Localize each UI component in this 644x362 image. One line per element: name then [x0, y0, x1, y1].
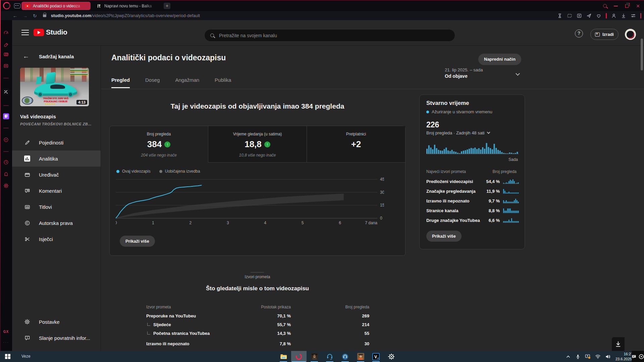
realtime-metric-selector[interactable]: Broj pregleda · Zadnjih 48 sati	[426, 130, 490, 135]
realtime-source-row[interactable]: Predloženi videozapisi54,4 %	[426, 177, 519, 186]
game-app-icon[interactable]	[3, 88, 9, 95]
snapshot-icon[interactable]	[567, 13, 572, 18]
maximize-icon[interactable]	[624, 3, 630, 9]
create-button[interactable]: Izradi	[590, 29, 619, 40]
traffic-heading: Što gledatelji misle o tom videozapisu	[109, 285, 406, 292]
send-icon[interactable]	[586, 13, 592, 18]
period-selector[interactable]: 21. lip 2025. – sada Od objave	[445, 67, 483, 79]
back-icon[interactable]: ←	[13, 13, 17, 18]
realtime-source-row[interactable]: Izravno ili nepoznato9,7 %	[426, 196, 519, 206]
microphone-icon[interactable]	[575, 354, 581, 359]
sidebar-footer-settings[interactable]: Postavke	[12, 314, 101, 330]
tune-icon[interactable]	[631, 13, 636, 18]
video-thumbnail[interactable]: TRAŽIM STE JURI VAŠ POLICAJAC / DOBJE ◆◆…	[20, 68, 89, 106]
sidebar-footer-feedback[interactable]: Slanje povratnih infor...	[12, 330, 101, 346]
minimize-icon[interactable]	[613, 3, 619, 9]
extension-hourglass-icon[interactable]	[557, 13, 562, 18]
start-button[interactable]	[0, 351, 15, 362]
lock-icon[interactable]	[43, 14, 46, 17]
taskbar-app-file-explorer[interactable]	[276, 351, 291, 362]
avatar[interactable]	[625, 29, 636, 40]
sidebar-item-komentari[interactable]: Komentari	[12, 183, 101, 199]
taskbar-app-gta-character[interactable]	[353, 351, 368, 362]
links-toolbar[interactable]: Veze	[21, 354, 31, 359]
new-tab-button[interactable]: +	[164, 3, 170, 9]
workspace-icon[interactable]	[14, 3, 20, 8]
taskbar-app-teamspeak[interactable]	[322, 351, 337, 362]
channel-content-link[interactable]: Sadržaj kanala	[39, 54, 74, 59]
metric-card-2[interactable]: Vrijeme gledanja (u satima)18,8↑10,8 viš…	[208, 126, 307, 163]
taskbar-clock[interactable]: 16:2723.6.2025.	[615, 352, 633, 361]
studio-brand[interactable]: Studio	[46, 28, 67, 36]
screen-share-icon[interactable]	[585, 354, 591, 359]
chevron-up-icon[interactable]	[566, 354, 571, 359]
metric-card-1[interactable]: Broj pregleda384↑204 više nego inače	[110, 126, 208, 163]
youtube-logo-icon[interactable]	[34, 29, 44, 36]
sidebar-item-ure-iva-[interactable]: Uređivač	[12, 167, 101, 183]
taskbar-app-teamspeak-badge[interactable]	[337, 351, 353, 362]
traffic-row[interactable]: Sljedeće55,7 %214	[146, 320, 369, 329]
notifications-icon[interactable]	[631, 354, 637, 359]
traffic-row[interactable]: Početna stranica YouTubea14,3 %55	[146, 329, 369, 338]
scrollbar-thumb[interactable]	[641, 39, 643, 70]
sidebar-item-titlovi[interactable]: Titlovi	[12, 199, 101, 215]
tab-angažman[interactable]: Angažman	[175, 77, 199, 88]
realtime-source-row[interactable]: Značajke pregledavanja11,9 %	[426, 186, 519, 196]
realtime-source-row[interactable]: Druge značajke YouTubea6,6 %	[426, 216, 519, 225]
volume-icon[interactable]	[605, 354, 611, 359]
opera-menu-icon[interactable]	[3, 2, 10, 9]
realtime-show-more-button[interactable]: Prikaži više	[426, 231, 462, 242]
history-clock-icon[interactable]	[3, 159, 9, 166]
mods-ghost-icon[interactable]	[3, 171, 9, 177]
window-search-icon[interactable]	[602, 3, 607, 9]
reload-icon[interactable]: ↻	[33, 13, 37, 18]
tab-publika[interactable]: Publika	[215, 77, 231, 88]
profile-icon[interactable]	[611, 13, 616, 18]
realtime-source-row[interactable]: Stranice kanala8,8 %	[426, 206, 519, 216]
record-target-icon[interactable]	[638, 354, 644, 360]
taskbar-app-opera-gx[interactable]	[291, 351, 307, 362]
messenger-icon[interactable]	[3, 63, 9, 69]
easy-setup-icon[interactable]	[3, 42, 9, 48]
download-overlay-widget[interactable]	[612, 337, 625, 351]
player-icon[interactable]	[3, 136, 9, 143]
sidebar-item-autorska-prava[interactable]: Autorska prava	[12, 215, 101, 231]
sidebar-item-isje-ci[interactable]: Isječci	[12, 231, 101, 247]
heart-icon[interactable]	[596, 13, 601, 18]
close-icon[interactable]: ×	[635, 3, 641, 9]
browser-tab-1[interactable]: Analitički podaci o videoza	[21, 2, 91, 10]
traffic-row[interactable]: Izravno ili nepoznato7,8 %30	[146, 339, 369, 348]
downloads-icon[interactable]	[621, 13, 626, 18]
tab-pregled[interactable]: Pregled	[111, 77, 130, 88]
tab-doseg[interactable]: Doseg	[145, 77, 160, 88]
video-title: POVEĆANI TROŠKOVI BOLNICE ZB...	[20, 122, 93, 126]
traffic-row[interactable]: Preporuke na YouTubeu70,1 %269	[146, 311, 369, 320]
sidebar-item-analitika[interactable]: Analitika	[12, 150, 101, 167]
taskbar-app-gta-sa[interactable]	[307, 351, 322, 362]
sidebar-item-pojedinosti[interactable]: Pojedinosti	[12, 134, 101, 150]
browser-tab-2[interactable]: Napravi novu temu - Balka	[93, 2, 162, 10]
taskbar-app-settings[interactable]	[384, 351, 399, 362]
address-bar[interactable]: studio.youtube.com/video/s2PtcJpwpZ0/ana…	[51, 13, 200, 18]
metric-card-3[interactable]: Pretplatnici+2	[307, 126, 405, 163]
sidebar-item-label: Uređivač	[39, 172, 59, 178]
forward-icon[interactable]: →	[23, 13, 28, 18]
twitch-icon[interactable]	[3, 113, 9, 120]
wifi-icon[interactable]	[595, 354, 601, 359]
hamburger-menu-icon[interactable]	[21, 30, 29, 35]
legend-this-video[interactable]: Ovaj videozapis	[116, 169, 151, 174]
show-more-button[interactable]: Prikaži više	[120, 236, 155, 247]
rail-more-icon[interactable]: ···	[0, 340, 12, 345]
period-chevron-down-icon[interactable]	[516, 71, 520, 76]
back-arrow-icon[interactable]: ←	[23, 53, 29, 60]
close-tabs-icon[interactable]	[577, 13, 582, 18]
taskbar-app-vegas-pro[interactable]: V18	[368, 351, 384, 362]
studio-search-input[interactable]: Pretražite na svojem kanalu	[204, 29, 455, 42]
analytics-main: Analitički podaci o videozapisu Napredni…	[101, 45, 644, 351]
gx-corner-icon[interactable]	[3, 29, 9, 36]
help-icon[interactable]: ?	[575, 29, 583, 38]
settings-gear-icon[interactable]	[3, 182, 9, 189]
legend-typical[interactable]: Uobičajena izvedba	[159, 169, 200, 174]
advanced-mode-button[interactable]: Napredni način	[478, 54, 521, 65]
gx-store-icon[interactable]	[3, 51, 9, 58]
